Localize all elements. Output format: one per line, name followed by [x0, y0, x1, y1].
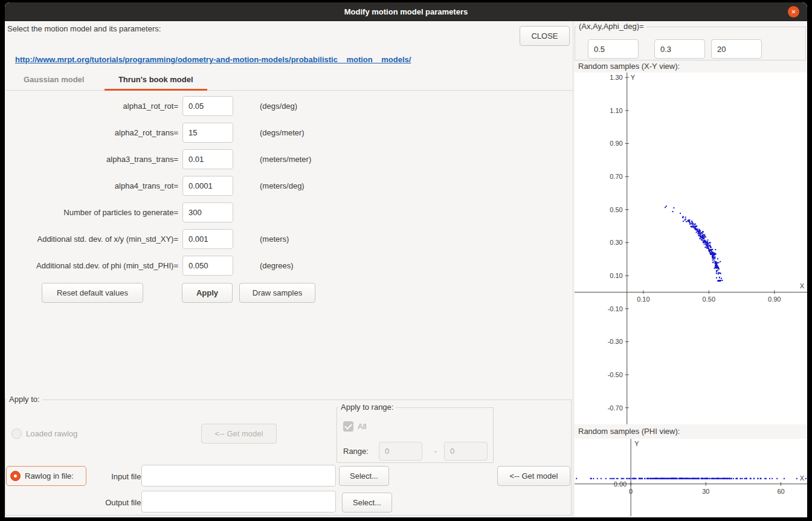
- param-input[interactable]: [182, 123, 233, 143]
- dialog-content: Select the motion model and its paramete…: [5, 21, 807, 517]
- dialog-window: Modify motion model parameters ✕ Select …: [5, 2, 807, 517]
- title-bar[interactable]: Modify motion model parameters ✕: [5, 2, 807, 21]
- param-label: alpha4_trans_rot=: [5, 176, 178, 196]
- all-option[interactable]: All: [343, 421, 366, 432]
- svg-text:0: 0: [629, 488, 633, 495]
- rawlog-in-file-label: Rawlog in file:: [25, 471, 74, 481]
- param-row: Number of particles to generate=: [5, 202, 260, 222]
- window-title: Modify motion model parameters: [344, 7, 468, 16]
- xy-plot-title: Random samples (X-Y view):: [578, 62, 680, 71]
- param-row: alpha1_rot_rot=(degs/deg): [5, 96, 297, 116]
- tab-thrun-book-model[interactable]: Thrun's book model: [105, 70, 207, 91]
- rawlog-in-file-option[interactable]: Rawlog in file:: [6, 466, 86, 486]
- param-label: alpha3_trans_trans=: [5, 149, 178, 169]
- param-label: alpha1_rot_rot=: [5, 96, 178, 116]
- apply-to-legend: Apply to:: [7, 395, 42, 404]
- samples-panel: (Ax,Ay,Aphi_deg)= Random samples (X-Y vi…: [573, 21, 807, 517]
- range-dash: -: [431, 442, 440, 461]
- get-model-button-disabled[interactable]: <-- Get model: [201, 424, 277, 444]
- svg-text:30: 30: [702, 488, 709, 495]
- ax-input[interactable]: [588, 39, 639, 59]
- reset-defaults-button[interactable]: Reset default values: [42, 283, 143, 303]
- param-row: Additional std. dev. of x/y (min_std_XY)…: [5, 229, 289, 249]
- svg-text:0.90: 0.90: [768, 296, 781, 303]
- param-input[interactable]: [182, 256, 233, 276]
- svg-text:-0.30: -0.30: [608, 338, 623, 345]
- svg-text:1.30: 1.30: [610, 74, 622, 81]
- param-row: alpha4_trans_rot=(meters/deg): [5, 176, 304, 196]
- loaded-rawlog-option[interactable]: Loaded rawlog: [11, 429, 77, 439]
- xy-samples-plot[interactable]: 1.301.100.900.700.500.300.10-0.10-0.30-0…: [575, 73, 807, 424]
- select-input-file-button[interactable]: Select...: [339, 466, 389, 486]
- svg-text:-0.50: -0.50: [608, 371, 623, 378]
- docs-link[interactable]: http://www.mrpt.org/tutorials/programmin…: [15, 55, 411, 64]
- svg-text:Y: Y: [634, 440, 639, 447]
- param-input[interactable]: [182, 96, 233, 116]
- apply-to-group: Apply to: Loaded rawlog <-- Get model Ap…: [5, 400, 572, 516]
- apply-to-range-group: Apply to range: All Range: -: [337, 407, 494, 463]
- svg-text:Y: Y: [631, 74, 636, 81]
- param-input[interactable]: [182, 202, 233, 222]
- ay-input[interactable]: [654, 39, 705, 59]
- param-unit: (meters/deg): [260, 176, 304, 196]
- param-input[interactable]: [182, 176, 233, 196]
- range-from-input[interactable]: [379, 442, 422, 461]
- svg-text:0.50: 0.50: [610, 206, 622, 213]
- increments-group: (Ax,Ay,Aphi_deg)=: [575, 27, 806, 60]
- input-file-field[interactable]: [141, 465, 336, 487]
- svg-text:0.50: 0.50: [703, 296, 715, 303]
- svg-text:0.70: 0.70: [610, 173, 622, 180]
- all-label: All: [358, 422, 366, 431]
- svg-text:0.10: 0.10: [610, 272, 622, 279]
- param-input[interactable]: [182, 149, 233, 169]
- param-row: alpha2_rot_trans=(degs/meter): [5, 123, 304, 143]
- output-file-field[interactable]: [141, 491, 336, 513]
- param-label: Additional std. dev. of x/y (min_std_XY)…: [5, 229, 178, 249]
- draw-samples-button[interactable]: Draw samples: [239, 283, 315, 303]
- param-unit: (meters/meter): [260, 149, 311, 169]
- svg-text:-0.10: -0.10: [608, 305, 623, 312]
- range-to-input[interactable]: [444, 442, 488, 461]
- svg-text:X: X: [800, 282, 805, 290]
- apply-button[interactable]: Apply: [182, 283, 233, 303]
- phi-samples-plot[interactable]: 0.0003060YX: [575, 439, 807, 516]
- param-label: alpha2_rot_trans=: [5, 123, 178, 143]
- rawlog-in-file-radio[interactable]: [10, 471, 21, 481]
- phi-plot-title: Random samples (PHI view):: [578, 427, 680, 436]
- svg-text:0.10: 0.10: [637, 296, 649, 303]
- param-row: Additional std.dev. of phi (min_std_PHI)…: [5, 256, 294, 276]
- model-tabs: Gaussian model Thrun's book model: [6, 70, 573, 91]
- all-checkbox[interactable]: [343, 421, 353, 432]
- svg-text:0.90: 0.90: [610, 140, 622, 147]
- loaded-rawlog-radio[interactable]: [11, 429, 22, 439]
- param-unit: (degrees): [260, 256, 294, 276]
- apply-to-range-legend: Apply to range:: [338, 403, 396, 412]
- loaded-rawlog-label: Loaded rawlog: [26, 429, 77, 438]
- get-model-button[interactable]: <-- Get model: [497, 466, 570, 486]
- svg-text:X: X: [800, 474, 805, 482]
- svg-text:1.10: 1.10: [610, 107, 622, 114]
- select-output-file-button[interactable]: Select...: [342, 493, 392, 513]
- param-unit: (degs/deg): [260, 96, 297, 116]
- svg-text:-0.70: -0.70: [608, 404, 623, 412]
- increments-legend: (Ax,Ay,Aphi_deg)=: [576, 22, 646, 31]
- svg-text:0.30: 0.30: [610, 239, 622, 246]
- param-row: alpha3_trans_trans=(meters/meter): [5, 149, 311, 169]
- output-file-label: Output file:: [90, 492, 143, 514]
- tab-gaussian-model[interactable]: Gaussian model: [10, 70, 98, 91]
- param-label: Number of particles to generate=: [5, 202, 178, 222]
- param-unit: (meters): [260, 229, 289, 249]
- window-close-icon[interactable]: ✕: [788, 6, 799, 18]
- range-label: Range:: [343, 442, 369, 461]
- param-unit: (degs/meter): [260, 123, 304, 143]
- input-file-label: Input file:: [90, 466, 143, 488]
- svg-text:0.00: 0.00: [614, 481, 627, 488]
- instruction-label: Select the motion model and its paramete…: [7, 24, 161, 33]
- aphi-input[interactable]: [711, 39, 762, 59]
- svg-text:60: 60: [777, 488, 784, 495]
- close-button[interactable]: CLOSE: [520, 26, 570, 46]
- param-label: Additional std.dev. of phi (min_std_PHI)…: [5, 256, 178, 276]
- param-input[interactable]: [182, 229, 233, 249]
